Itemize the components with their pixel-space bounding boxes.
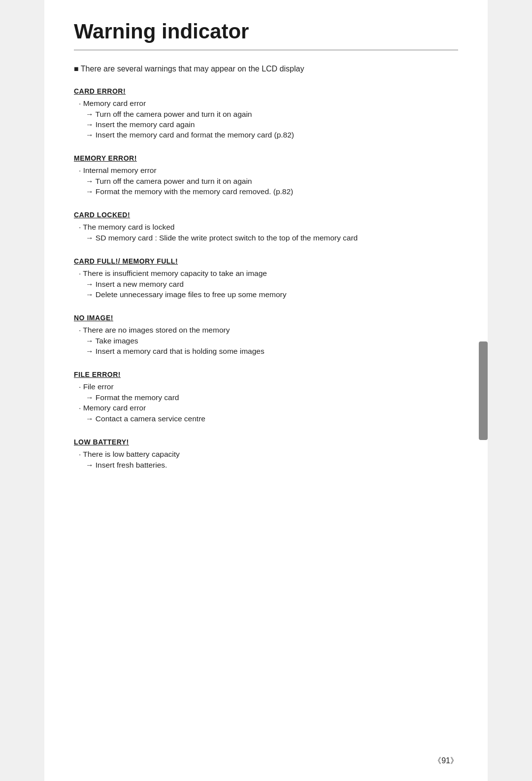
scrollbar[interactable]	[479, 341, 488, 440]
arrow-item: Contact a camera service centre	[86, 414, 458, 423]
bullet-item: File error	[79, 382, 458, 391]
arrow-item: Format the memory with the memory card r…	[86, 187, 458, 196]
bullet-item: There is insufficient memory capacity to…	[79, 269, 458, 278]
section-header-memory-error: MEMORY ERROR!	[74, 154, 458, 162]
page: Warning indicator There are several warn…	[44, 0, 488, 781]
arrow-item: Format the memory card	[86, 393, 458, 402]
section-memory-error: MEMORY ERROR!Internal memory errorTurn o…	[74, 154, 458, 196]
page-title: Warning indicator	[74, 20, 458, 51]
section-no-image: NO IMAGE!There are no images stored on t…	[74, 314, 458, 356]
section-header-card-full-memory-full: CARD FULL!/ MEMORY FULL!	[74, 257, 458, 265]
bullet-item: There is low battery capacity	[79, 450, 458, 459]
section-header-file-error: FILE ERROR!	[74, 371, 458, 378]
section-file-error: FILE ERROR!File errorFormat the memory c…	[74, 371, 458, 423]
arrow-item: Insert a new memory card	[86, 280, 458, 289]
arrow-item: SD memory card : Slide the write protect…	[86, 234, 458, 242]
intro-text: There are several warnings that may appe…	[74, 65, 458, 73]
arrow-item: Turn off the camera power and turn it on…	[86, 110, 458, 119]
section-card-locked: CARD LOCKED!The memory card is lockedSD …	[74, 211, 458, 242]
arrow-item: Take images	[86, 337, 458, 345]
arrow-item: Insert the memory card again	[86, 120, 458, 129]
section-header-card-error: CARD ERROR!	[74, 87, 458, 95]
arrow-item: Delete unnecessary image files to free u…	[86, 290, 458, 299]
arrow-item: Insert a memory card that is holding som…	[86, 347, 458, 356]
arrow-item: Turn off the camera power and turn it on…	[86, 177, 458, 186]
section-card-error: CARD ERROR!Memory card errorTurn off the…	[74, 87, 458, 139]
section-header-low-battery: LOW BATTERY!	[74, 438, 458, 446]
section-header-card-locked: CARD LOCKED!	[74, 211, 458, 219]
bullet-item: The memory card is locked	[79, 223, 458, 232]
arrow-item: Insert the memory card and format the me…	[86, 131, 458, 139]
bullet-item: Memory card error	[79, 404, 458, 412]
section-card-full-memory-full: CARD FULL!/ MEMORY FULL!There is insuffi…	[74, 257, 458, 299]
bullet-item: There are no images stored on the memory	[79, 326, 458, 335]
bullet-item: Internal memory error	[79, 166, 458, 175]
bullet-item: Memory card error	[79, 99, 458, 108]
arrow-item: Insert fresh batteries.	[86, 461, 458, 470]
section-low-battery: LOW BATTERY!There is low battery capacit…	[74, 438, 458, 470]
section-header-no-image: NO IMAGE!	[74, 314, 458, 322]
sections-container: CARD ERROR!Memory card errorTurn off the…	[74, 87, 458, 470]
page-number: 《91》	[433, 756, 458, 766]
